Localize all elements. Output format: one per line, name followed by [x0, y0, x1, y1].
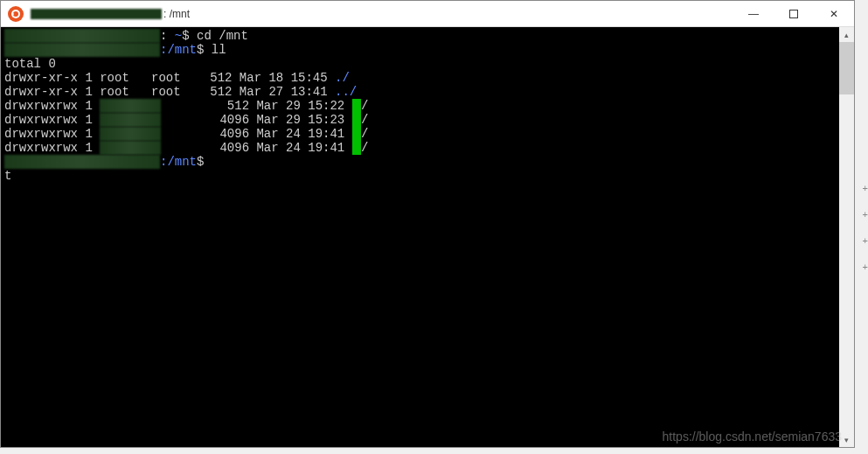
vertical-scrollbar[interactable]: ▴ ▾	[839, 27, 854, 447]
redacted-user-host	[4, 155, 160, 169]
redacted-owner	[100, 99, 161, 113]
redacted-dirname	[352, 141, 361, 155]
close-button[interactable]: ✕	[814, 1, 854, 27]
output-total: total 0	[4, 57, 836, 71]
minimize-button[interactable]: —	[733, 1, 774, 27]
terminal-area: : ~$ cd /mnt :/mnt$ ll total 0 drwxr-xr-…	[1, 27, 854, 447]
cursor-line: t	[4, 169, 836, 183]
watermark-text: https://blog.csdn.net/semian7633	[663, 430, 842, 444]
redacted-user-host	[4, 43, 160, 57]
output-row: drwxr-xr-x 1 root root 512 Mar 18 15:45 …	[4, 71, 836, 85]
terminal-window: : /mnt — ✕ : ~$ cd /mnt :/mnt$ ll total …	[0, 0, 855, 448]
redacted-owner	[100, 127, 161, 141]
window-controls: — ✕	[733, 1, 854, 26]
output-row: drwxrwxrwx 1 512 Mar 29 15:22 /	[4, 99, 836, 113]
svg-rect-3	[790, 10, 798, 18]
window-titlebar[interactable]: : /mnt — ✕	[1, 1, 854, 27]
window-title: : /mnt	[31, 8, 733, 20]
prompt-line-2: :/mnt$ ll	[4, 43, 836, 57]
ubuntu-icon	[8, 6, 24, 22]
side-markers: ++++	[863, 175, 868, 280]
prompt-line-1: : ~$ cd /mnt	[4, 29, 836, 43]
output-row: drwxrwxrwx 1 4096 Mar 24 19:41 /	[4, 127, 836, 141]
redacted-dirname	[352, 127, 361, 141]
svg-point-1	[13, 11, 18, 17]
output-row: drwxrwxrwx 1 4096 Mar 24 19:41 /	[4, 141, 836, 155]
output-row: drwxrwxrwx 1 4096 Mar 29 15:23 /	[4, 113, 836, 127]
maximize-button[interactable]	[774, 1, 814, 27]
redacted-owner	[100, 113, 161, 127]
redacted-owner	[100, 141, 161, 155]
output-row: drwxr-xr-x 1 root root 512 Mar 27 13:41 …	[4, 85, 836, 99]
scroll-thumb[interactable]	[839, 42, 854, 94]
svg-point-2	[11, 12, 14, 15]
redacted-user-host	[4, 29, 160, 43]
redacted-dirname	[352, 113, 361, 127]
scroll-up-button[interactable]: ▴	[839, 27, 854, 42]
prompt-line-3: :/mnt$	[4, 155, 836, 169]
redacted-dirname	[352, 99, 361, 113]
terminal-output[interactable]: : ~$ cd /mnt :/mnt$ ll total 0 drwxr-xr-…	[1, 27, 839, 447]
